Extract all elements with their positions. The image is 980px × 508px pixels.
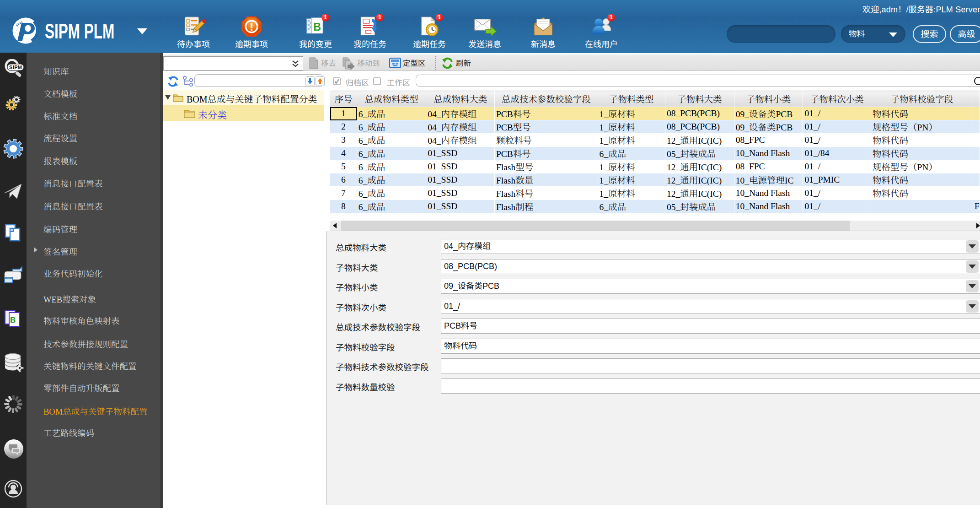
svg-text:SIPM: SIPM: [9, 65, 22, 70]
svg-text:B: B: [10, 316, 16, 324]
svg-text:B: B: [313, 21, 321, 33]
